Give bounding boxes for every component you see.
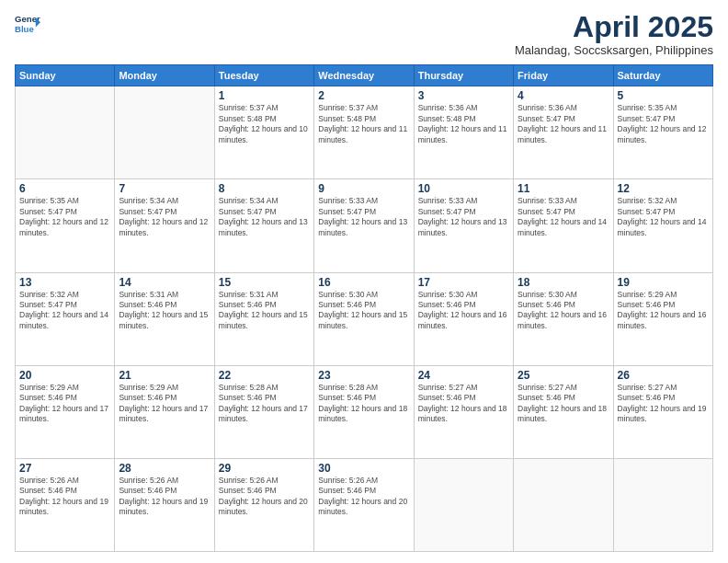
calendar-cell: 20Sunrise: 5:29 AM Sunset: 5:46 PM Dayli… xyxy=(16,365,115,458)
calendar-cell: 29Sunrise: 5:26 AM Sunset: 5:46 PM Dayli… xyxy=(214,458,313,551)
day-info: Sunrise: 5:34 AM Sunset: 5:47 PM Dayligh… xyxy=(119,196,210,238)
calendar-week-4: 20Sunrise: 5:29 AM Sunset: 5:46 PM Dayli… xyxy=(16,365,713,458)
day-info: Sunrise: 5:31 AM Sunset: 5:46 PM Dayligh… xyxy=(119,290,210,332)
calendar-cell: 28Sunrise: 5:26 AM Sunset: 5:46 PM Dayli… xyxy=(115,458,214,551)
day-info: Sunrise: 5:32 AM Sunset: 5:47 PM Dayligh… xyxy=(19,290,110,332)
day-info: Sunrise: 5:29 AM Sunset: 5:46 PM Dayligh… xyxy=(19,383,110,425)
day-info: Sunrise: 5:34 AM Sunset: 5:47 PM Dayligh… xyxy=(219,196,310,238)
day-number: 17 xyxy=(418,276,509,289)
calendar-cell: 8Sunrise: 5:34 AM Sunset: 5:47 PM Daylig… xyxy=(214,179,313,272)
day-number: 21 xyxy=(119,369,210,382)
day-info: Sunrise: 5:30 AM Sunset: 5:46 PM Dayligh… xyxy=(518,290,609,332)
day-info: Sunrise: 5:30 AM Sunset: 5:46 PM Dayligh… xyxy=(418,290,509,332)
calendar-cell xyxy=(414,458,513,551)
calendar-cell: 25Sunrise: 5:27 AM Sunset: 5:46 PM Dayli… xyxy=(514,365,613,458)
day-number: 28 xyxy=(119,462,210,475)
day-number: 15 xyxy=(219,276,310,289)
calendar-week-5: 27Sunrise: 5:26 AM Sunset: 5:46 PM Dayli… xyxy=(16,458,713,551)
day-info: Sunrise: 5:27 AM Sunset: 5:46 PM Dayligh… xyxy=(618,383,709,425)
day-number: 29 xyxy=(219,462,310,475)
day-number: 20 xyxy=(19,369,110,382)
calendar-cell: 6Sunrise: 5:35 AM Sunset: 5:47 PM Daylig… xyxy=(16,179,115,272)
day-number: 23 xyxy=(318,369,409,382)
calendar-cell xyxy=(613,458,712,551)
calendar-cell: 11Sunrise: 5:33 AM Sunset: 5:47 PM Dayli… xyxy=(514,179,613,272)
calendar-cell: 4Sunrise: 5:36 AM Sunset: 5:47 PM Daylig… xyxy=(514,86,613,179)
calendar-header-row: Sunday Monday Tuesday Wednesday Thursday… xyxy=(16,65,713,86)
logo-icon: General Blue xyxy=(15,11,40,37)
day-info: Sunrise: 5:26 AM Sunset: 5:46 PM Dayligh… xyxy=(19,476,110,518)
calendar-cell: 2Sunrise: 5:37 AM Sunset: 5:48 PM Daylig… xyxy=(314,86,414,179)
calendar-cell: 10Sunrise: 5:33 AM Sunset: 5:47 PM Dayli… xyxy=(414,179,513,272)
month-title: April 2025 xyxy=(515,11,713,43)
calendar-cell: 1Sunrise: 5:37 AM Sunset: 5:48 PM Daylig… xyxy=(214,86,313,179)
title-block: April 2025 Malandag, Soccsksargen, Phili… xyxy=(515,11,713,57)
page: General Blue April 2025 Malandag, Soccsk… xyxy=(0,0,728,563)
calendar-cell: 7Sunrise: 5:34 AM Sunset: 5:47 PM Daylig… xyxy=(115,179,214,272)
header-saturday: Saturday xyxy=(613,65,712,86)
calendar-cell: 21Sunrise: 5:29 AM Sunset: 5:46 PM Dayli… xyxy=(115,365,214,458)
day-info: Sunrise: 5:26 AM Sunset: 5:46 PM Dayligh… xyxy=(119,476,210,518)
day-number: 4 xyxy=(518,89,609,102)
day-info: Sunrise: 5:36 AM Sunset: 5:47 PM Dayligh… xyxy=(518,103,609,145)
day-number: 8 xyxy=(219,182,310,195)
calendar-week-1: 1Sunrise: 5:37 AM Sunset: 5:48 PM Daylig… xyxy=(16,86,713,179)
calendar-cell: 18Sunrise: 5:30 AM Sunset: 5:46 PM Dayli… xyxy=(514,272,613,365)
day-info: Sunrise: 5:28 AM Sunset: 5:46 PM Dayligh… xyxy=(219,383,310,425)
day-number: 16 xyxy=(318,276,409,289)
calendar-cell: 26Sunrise: 5:27 AM Sunset: 5:46 PM Dayli… xyxy=(613,365,712,458)
calendar-cell: 16Sunrise: 5:30 AM Sunset: 5:46 PM Dayli… xyxy=(314,272,414,365)
day-info: Sunrise: 5:27 AM Sunset: 5:46 PM Dayligh… xyxy=(418,383,509,425)
day-number: 24 xyxy=(418,369,509,382)
day-info: Sunrise: 5:36 AM Sunset: 5:48 PM Dayligh… xyxy=(418,103,509,145)
day-number: 9 xyxy=(318,182,409,195)
day-number: 2 xyxy=(318,89,409,102)
day-info: Sunrise: 5:27 AM Sunset: 5:46 PM Dayligh… xyxy=(518,383,609,425)
calendar-week-3: 13Sunrise: 5:32 AM Sunset: 5:47 PM Dayli… xyxy=(16,272,713,365)
day-info: Sunrise: 5:33 AM Sunset: 5:47 PM Dayligh… xyxy=(318,196,409,238)
day-info: Sunrise: 5:33 AM Sunset: 5:47 PM Dayligh… xyxy=(418,196,509,238)
header-wednesday: Wednesday xyxy=(314,65,414,86)
day-info: Sunrise: 5:26 AM Sunset: 5:46 PM Dayligh… xyxy=(318,476,409,518)
day-info: Sunrise: 5:29 AM Sunset: 5:46 PM Dayligh… xyxy=(119,383,210,425)
day-number: 12 xyxy=(618,182,709,195)
calendar-cell: 30Sunrise: 5:26 AM Sunset: 5:46 PM Dayli… xyxy=(314,458,414,551)
day-number: 19 xyxy=(618,276,709,289)
calendar-cell xyxy=(514,458,613,551)
day-info: Sunrise: 5:35 AM Sunset: 5:47 PM Dayligh… xyxy=(618,103,709,145)
day-info: Sunrise: 5:26 AM Sunset: 5:46 PM Dayligh… xyxy=(219,476,310,518)
day-info: Sunrise: 5:35 AM Sunset: 5:47 PM Dayligh… xyxy=(19,196,110,238)
day-number: 18 xyxy=(518,276,609,289)
day-info: Sunrise: 5:28 AM Sunset: 5:46 PM Dayligh… xyxy=(318,383,409,425)
calendar-cell: 5Sunrise: 5:35 AM Sunset: 5:47 PM Daylig… xyxy=(613,86,712,179)
calendar-cell: 24Sunrise: 5:27 AM Sunset: 5:46 PM Dayli… xyxy=(414,365,513,458)
day-info: Sunrise: 5:31 AM Sunset: 5:46 PM Dayligh… xyxy=(219,290,310,332)
location-title: Malandag, Soccsksargen, Philippines xyxy=(515,43,713,57)
day-number: 6 xyxy=(19,182,110,195)
calendar-cell: 17Sunrise: 5:30 AM Sunset: 5:46 PM Dayli… xyxy=(414,272,513,365)
day-info: Sunrise: 5:32 AM Sunset: 5:47 PM Dayligh… xyxy=(618,196,709,238)
day-info: Sunrise: 5:30 AM Sunset: 5:46 PM Dayligh… xyxy=(318,290,409,332)
day-info: Sunrise: 5:37 AM Sunset: 5:48 PM Dayligh… xyxy=(219,103,310,145)
calendar-cell: 23Sunrise: 5:28 AM Sunset: 5:46 PM Dayli… xyxy=(314,365,414,458)
day-number: 25 xyxy=(518,369,609,382)
calendar-cell: 15Sunrise: 5:31 AM Sunset: 5:46 PM Dayli… xyxy=(214,272,313,365)
day-number: 3 xyxy=(418,89,509,102)
calendar-cell xyxy=(115,86,214,179)
calendar-cell: 22Sunrise: 5:28 AM Sunset: 5:46 PM Dayli… xyxy=(214,365,313,458)
calendar-cell: 13Sunrise: 5:32 AM Sunset: 5:47 PM Dayli… xyxy=(16,272,115,365)
calendar-cell: 14Sunrise: 5:31 AM Sunset: 5:46 PM Dayli… xyxy=(115,272,214,365)
calendar-cell xyxy=(16,86,115,179)
calendar-week-2: 6Sunrise: 5:35 AM Sunset: 5:47 PM Daylig… xyxy=(16,179,713,272)
svg-text:Blue: Blue xyxy=(15,24,34,34)
header-thursday: Thursday xyxy=(414,65,513,86)
calendar-table: Sunday Monday Tuesday Wednesday Thursday… xyxy=(15,64,713,552)
day-info: Sunrise: 5:29 AM Sunset: 5:46 PM Dayligh… xyxy=(618,290,709,332)
day-number: 22 xyxy=(219,369,310,382)
header-sunday: Sunday xyxy=(16,65,115,86)
header-friday: Friday xyxy=(514,65,613,86)
day-info: Sunrise: 5:33 AM Sunset: 5:47 PM Dayligh… xyxy=(518,196,609,238)
day-number: 7 xyxy=(119,182,210,195)
calendar-cell: 19Sunrise: 5:29 AM Sunset: 5:46 PM Dayli… xyxy=(613,272,712,365)
header-tuesday: Tuesday xyxy=(214,65,313,86)
